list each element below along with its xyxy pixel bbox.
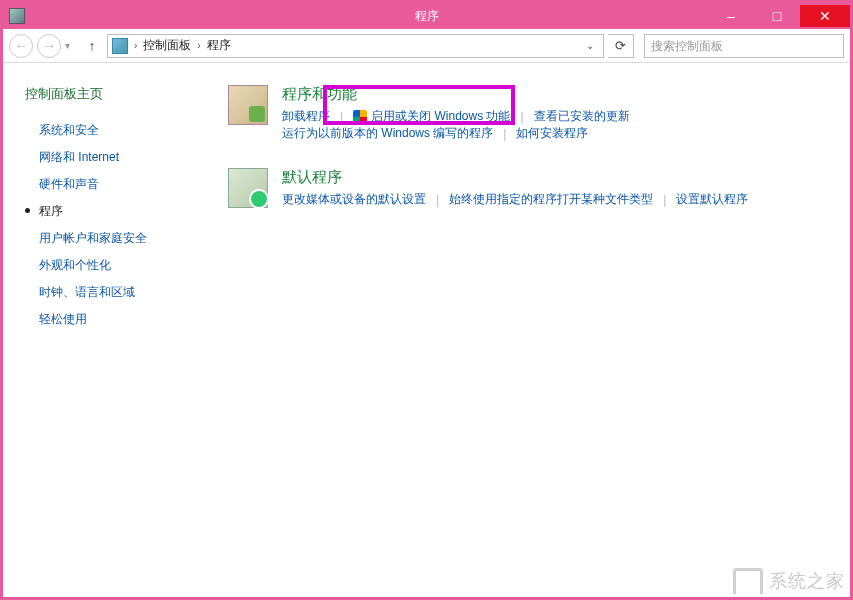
body: 控制面板主页 系统和安全网络和 Internet硬件和声音程序用户帐户和家庭安全…: [3, 63, 850, 597]
category-body: 程序和功能卸载程序|启用或关闭 Windows 功能|查看已安装的更新运行为以前…: [282, 85, 830, 142]
search-box[interactable]: [644, 34, 844, 58]
task-link[interactable]: 始终使用指定的程序打开某种文件类型: [449, 191, 653, 208]
task-row: 卸载程序|启用或关闭 Windows 功能|查看已安装的更新: [282, 108, 830, 125]
task-link-label: 启用或关闭 Windows 功能: [371, 108, 510, 125]
titlebar[interactable]: 程序 – □ ✕: [3, 3, 850, 29]
task-link-label: 卸载程序: [282, 108, 330, 125]
task-link[interactable]: 卸载程序: [282, 108, 330, 125]
minimize-button[interactable]: –: [708, 5, 754, 27]
refresh-button[interactable]: ⟳: [608, 34, 634, 58]
sidebar-item[interactable]: 轻松使用: [25, 306, 198, 333]
task-link-label: 始终使用指定的程序打开某种文件类型: [449, 191, 653, 208]
back-button[interactable]: ←: [9, 34, 33, 58]
task-divider: |: [436, 193, 439, 207]
breadcrumb-sep: ›: [134, 40, 137, 51]
close-button[interactable]: ✕: [800, 5, 850, 27]
task-link[interactable]: 查看已安装的更新: [534, 108, 630, 125]
sidebar-item[interactable]: 系统和安全: [25, 117, 198, 144]
address-dropdown-icon[interactable]: ⌄: [581, 40, 599, 51]
forward-button[interactable]: →: [37, 34, 61, 58]
task-link-label: 如何安装程序: [516, 125, 588, 142]
window-controls: – □ ✕: [708, 5, 850, 27]
task-link[interactable]: 运行为以前版本的 Windows 编写的程序: [282, 125, 493, 142]
maximize-button[interactable]: □: [754, 5, 800, 27]
task-link[interactable]: 更改媒体或设备的默认设置: [282, 191, 426, 208]
task-link[interactable]: 启用或关闭 Windows 功能: [353, 108, 510, 125]
sidebar-item[interactable]: 网络和 Internet: [25, 144, 198, 171]
task-row: 运行为以前版本的 Windows 编写的程序|如何安装程序: [282, 125, 830, 142]
task-link-label: 设置默认程序: [676, 191, 748, 208]
history-dropdown-icon[interactable]: ▾: [65, 40, 77, 51]
category-title[interactable]: 默认程序: [282, 168, 830, 187]
category-icon: [228, 85, 268, 125]
sidebar: 控制面板主页 系统和安全网络和 Internet硬件和声音程序用户帐户和家庭安全…: [3, 63, 208, 597]
task-divider: |: [503, 127, 506, 141]
task-divider: |: [340, 110, 343, 124]
control-panel-window: 程序 – □ ✕ ← → ▾ ↑ › 控制面板 › 程序 ⌄ ⟳ 控制面板主页 …: [0, 0, 853, 600]
sidebar-item[interactable]: 程序: [25, 198, 198, 225]
breadcrumb-current[interactable]: 程序: [207, 37, 231, 54]
sidebar-item[interactable]: 时钟、语言和区域: [25, 279, 198, 306]
task-link[interactable]: 如何安装程序: [516, 125, 588, 142]
shield-icon: [353, 110, 367, 124]
task-divider: |: [520, 110, 523, 124]
sidebar-item[interactable]: 硬件和声音: [25, 171, 198, 198]
category-icon: [228, 168, 268, 208]
task-link-label: 运行为以前版本的 Windows 编写的程序: [282, 125, 493, 142]
task-row: 更改媒体或设备的默认设置|始终使用指定的程序打开某种文件类型|设置默认程序: [282, 191, 830, 208]
sidebar-item[interactable]: 外观和个性化: [25, 252, 198, 279]
sidebar-item[interactable]: 用户帐户和家庭安全: [25, 225, 198, 252]
category-title[interactable]: 程序和功能: [282, 85, 830, 104]
task-link-label: 查看已安装的更新: [534, 108, 630, 125]
search-input[interactable]: [651, 39, 837, 53]
task-link-label: 更改媒体或设备的默认设置: [282, 191, 426, 208]
app-icon: [9, 8, 25, 24]
category-section: 默认程序更改媒体或设备的默认设置|始终使用指定的程序打开某种文件类型|设置默认程…: [228, 168, 830, 208]
task-divider: |: [663, 193, 666, 207]
sidebar-list: 系统和安全网络和 Internet硬件和声音程序用户帐户和家庭安全外观和个性化时…: [25, 117, 198, 333]
category-section: 程序和功能卸载程序|启用或关闭 Windows 功能|查看已安装的更新运行为以前…: [228, 85, 830, 142]
address-bar[interactable]: › 控制面板 › 程序 ⌄: [107, 34, 604, 58]
sidebar-home-link[interactable]: 控制面板主页: [25, 85, 198, 103]
up-button[interactable]: ↑: [81, 35, 103, 57]
navbar: ← → ▾ ↑ › 控制面板 › 程序 ⌄ ⟳: [3, 29, 850, 63]
breadcrumb-root[interactable]: 控制面板: [143, 37, 191, 54]
main-content: 程序和功能卸载程序|启用或关闭 Windows 功能|查看已安装的更新运行为以前…: [208, 63, 850, 597]
task-link[interactable]: 设置默认程序: [676, 191, 748, 208]
category-body: 默认程序更改媒体或设备的默认设置|始终使用指定的程序打开某种文件类型|设置默认程…: [282, 168, 830, 208]
breadcrumb-sep: ›: [197, 40, 200, 51]
location-icon: [112, 38, 128, 54]
